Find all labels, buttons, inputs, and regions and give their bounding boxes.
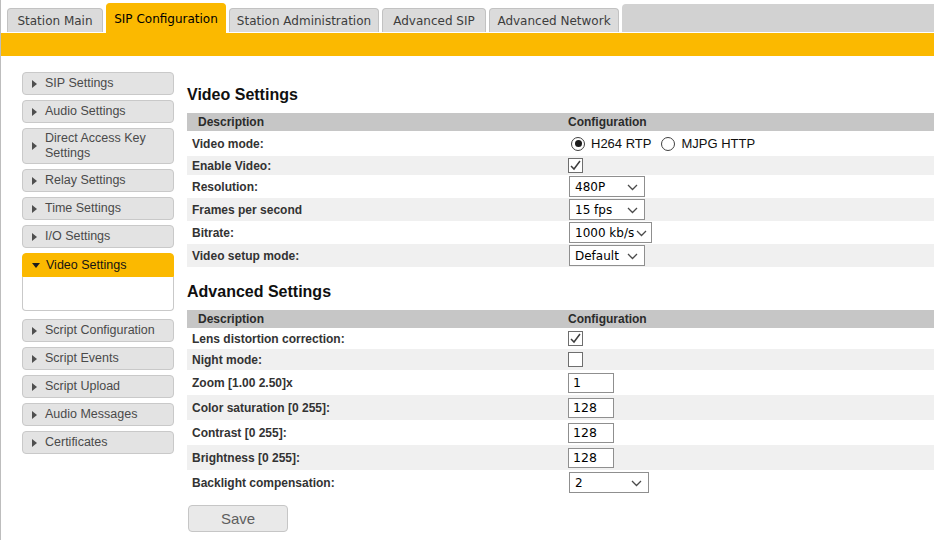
column-header-description: Description [187,312,563,326]
sidebar-item-label: Script Upload [45,379,120,394]
table-header-row: DescriptionConfiguration [187,310,934,328]
resolution-value: 480P [575,180,605,194]
color-saturation-input[interactable]: 128 [568,398,614,418]
sidebar-item-audio-messages[interactable]: Audio Messages [22,403,174,426]
sidebar-item-time-settings[interactable]: Time Settings [22,197,174,220]
row-configuration: 1 [563,373,934,393]
enable-video-checkbox[interactable] [568,158,583,173]
night-mode-checkbox[interactable] [568,352,583,367]
resolution-select[interactable]: 480P [569,176,645,197]
sidebar-item-relay-settings[interactable]: Relay Settings [22,169,174,192]
sidebar-item-label: Audio Settings [45,104,126,119]
chevron-down-icon [627,203,638,217]
column-header-configuration: Configuration [563,115,934,129]
chevron-down-icon [627,180,638,194]
frames-per-second-value: 15 fps [575,203,612,217]
table-row-contrast-0-255: Contrast [0 255]:128 [187,420,934,445]
tab-bar: Station MainSIP ConfigurationStation Adm… [1,0,934,33]
section-title: Advanced Settings [187,283,934,301]
lens-distortion-correction-checkbox[interactable] [568,331,583,346]
row-label: Frames per second [187,203,563,217]
row-label: Night mode: [187,353,563,367]
brightness-input[interactable]: 128 [568,448,614,468]
sidebar-item-video-settings[interactable]: Video Settings [22,253,174,277]
sidebar-item-script-configuration[interactable]: Script Configuration [22,319,174,342]
column-header-configuration: Configuration [563,312,934,326]
video-mode-radio-mjpg-http[interactable] [661,137,675,151]
row-label: Contrast [0 255]: [187,426,563,440]
table-row-zoom-1-00-2-50-x: Zoom [1.00 2.50]x1 [187,370,934,395]
row-configuration [563,331,934,346]
row-label: Enable Video: [187,159,563,173]
video-mode-radio-h264-rtp[interactable] [571,137,585,151]
table-row-brightness-0-255: Brightness [0 255]:128 [187,445,934,470]
row-label: Video setup mode: [187,249,563,263]
sidebar-item-i-o-settings[interactable]: I/O Settings [22,225,174,248]
row-label: Backlight compensation: [187,476,563,490]
sidebar-item-sip-settings[interactable]: SIP Settings [22,72,174,95]
chevron-down-icon [636,226,647,240]
sidebar-item-script-upload[interactable]: Script Upload [22,375,174,398]
sidebar-item-label: Relay Settings [45,173,126,188]
settings-table: DescriptionConfigurationLens distortion … [187,310,934,495]
video-setup-mode-select[interactable]: Default [569,245,645,266]
sidebar-item-label: Time Settings [45,201,121,216]
chevron-right-icon [32,205,37,213]
video-mode-radio-label: MJPG HTTP [681,136,755,151]
sidebar-item-script-events[interactable]: Script Events [22,347,174,370]
chevron-right-icon [32,177,37,185]
sidebar-group-video-settings: Video Settings [22,253,174,311]
row-configuration: 128 [563,423,934,443]
table-row-backlight-compensation: Backlight compensation:2 [187,470,934,495]
chevron-right-icon [32,327,37,335]
video-mode-radio-group: H264 RTPMJPG HTTP [571,136,765,151]
row-label: Resolution: [187,180,563,194]
table-row-night-mode: Night mode: [187,349,934,370]
page-left-border [0,0,1,540]
table-row-video-setup-mode: Video setup mode:Default [187,244,934,267]
video-mode-option-h264-rtp: H264 RTP [571,136,651,151]
table-row-bitrate: Bitrate:1000 kb/s [187,221,934,244]
sidebar-item-label: Audio Messages [45,407,137,422]
sidebar-expanded-panel [22,277,174,311]
table-row-color-saturation-0-255: Color saturation [0 255]:128 [187,395,934,420]
contrast-input[interactable]: 128 [568,423,614,443]
sidebar-item-label: SIP Settings [45,76,114,91]
section-advanced-settings: Advanced SettingsDescriptionConfiguratio… [187,283,934,495]
bitrate-select[interactable]: 1000 kb/s [569,222,652,243]
section-title: Video Settings [187,86,934,104]
sidebar-item-label: Certificates [45,435,108,450]
table-header-row: DescriptionConfiguration [187,113,934,131]
tab-advanced-network[interactable]: Advanced Network [489,8,619,32]
table-row-resolution: Resolution:480P [187,175,934,198]
zoom-input[interactable]: 1 [568,373,614,393]
tab-advanced-sip[interactable]: Advanced SIP [382,8,486,32]
tab-station-main[interactable]: Station Main [7,8,103,32]
frames-per-second-select[interactable]: 15 fps [569,199,645,220]
bitrate-value: 1000 kb/s [575,226,634,240]
table-row-lens-distortion-correction: Lens distortion correction: [187,328,934,349]
checkmark-icon [569,332,582,345]
sidebar-item-direct-access-key-settings[interactable]: Direct Access Key Settings [22,128,174,164]
chevron-right-icon [32,383,37,391]
row-label: Video mode: [187,137,563,151]
row-configuration: 480P [563,176,934,197]
chevron-right-icon [32,80,37,88]
sidebar-item-audio-settings[interactable]: Audio Settings [22,100,174,123]
sidebar-item-certificates[interactable]: Certificates [22,431,174,454]
row-label: Brightness [0 255]: [187,451,563,465]
sidebar-item-label: I/O Settings [45,229,110,244]
tab-strip-filler [622,4,934,32]
video-mode-radio-label: H264 RTP [591,136,651,151]
row-label: Zoom [1.00 2.50]x [187,376,563,390]
tab-sip-configuration[interactable]: SIP Configuration [106,3,226,33]
row-configuration [563,352,934,367]
row-configuration: 128 [563,398,934,418]
chevron-right-icon [32,355,37,363]
sidebar: SIP SettingsAudio SettingsDirect Access … [22,72,174,459]
save-button[interactable]: Save [188,505,288,532]
row-configuration: 15 fps [563,199,934,220]
tab-station-administration[interactable]: Station Administration [229,8,379,32]
row-configuration: 1000 kb/s [563,222,934,243]
backlight-compensation-select[interactable]: 2 [569,472,649,493]
